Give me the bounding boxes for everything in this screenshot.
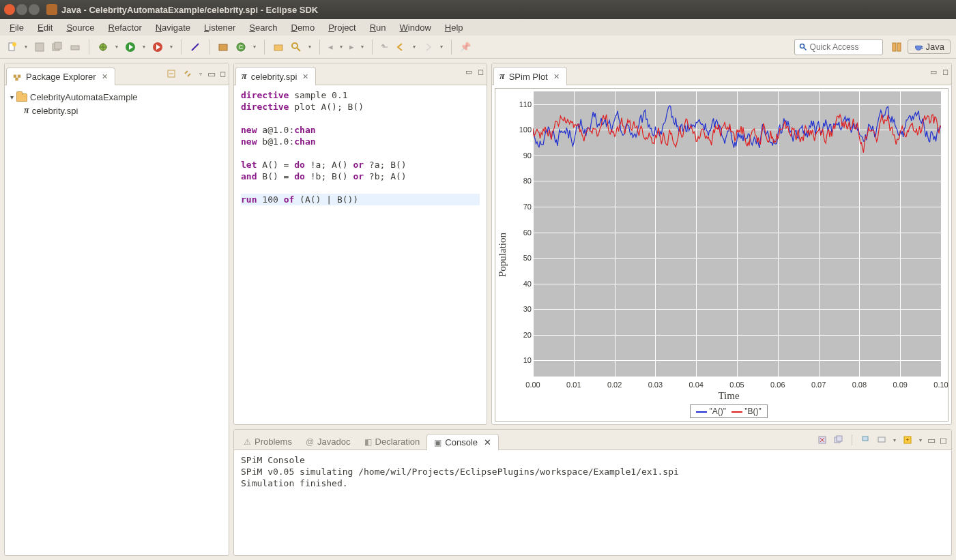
chevron-down-icon[interactable]: ▾ — [360, 42, 365, 53]
chevron-down-icon[interactable]: ▾ — [892, 434, 897, 445]
run-ext-icon[interactable] — [151, 40, 164, 54]
file-name: celebrity.spi — [32, 106, 78, 116]
expand-icon[interactable]: ▾ — [10, 93, 14, 101]
print-icon[interactable] — [68, 40, 82, 54]
close-icon[interactable] — [4, 4, 15, 15]
chevron-down-icon[interactable]: ▾ — [141, 42, 147, 53]
tab-console[interactable]: ▣Console✕ — [426, 434, 499, 450]
console-removeall-icon[interactable] — [832, 434, 845, 446]
new-class-icon[interactable]: C — [234, 40, 248, 54]
maximize-icon[interactable] — [29, 4, 40, 15]
java-icon — [914, 42, 923, 52]
open-type-icon[interactable] — [272, 40, 285, 54]
svg-line-19 — [297, 48, 300, 51]
minimize-icon[interactable]: ▭ — [927, 435, 936, 445]
tree-file[interactable]: π celebrity.spi — [10, 104, 223, 117]
svg-rect-25 — [18, 74, 20, 77]
chevron-down-icon[interactable]: ▾ — [114, 42, 119, 53]
chart: Population 1020304050607080901001100.000… — [495, 88, 948, 422]
minimize-icon[interactable] — [16, 4, 27, 15]
display-icon[interactable] — [875, 434, 888, 446]
search-icon[interactable] — [289, 40, 303, 54]
maximize-icon[interactable]: ◻ — [220, 70, 226, 78]
close-icon[interactable]: ✕ — [484, 437, 491, 447]
svg-rect-24 — [14, 74, 16, 77]
tab-label: SPim Plot — [509, 72, 548, 82]
chart-legend: "A()" "B()" — [690, 404, 768, 418]
menu-window[interactable]: Window — [393, 20, 438, 35]
new-package-icon[interactable] — [216, 40, 230, 54]
chevron-down-icon[interactable]: ▾ — [439, 42, 444, 53]
tab-editor[interactable]: π celebrity.spi ✕ — [235, 67, 316, 85]
x-axis-label: Time — [510, 389, 948, 404]
menu-file[interactable]: File — [3, 20, 31, 35]
link-editor-icon[interactable] — [182, 68, 194, 80]
chevron-down-icon[interactable]: ▾ — [23, 42, 29, 53]
quick-access[interactable] — [794, 39, 883, 55]
run-icon[interactable] — [124, 40, 137, 54]
chevron-down-icon[interactable]: ▾ — [252, 42, 257, 53]
view-menu-icon[interactable]: ▿ — [198, 68, 203, 79]
maximize-icon[interactable]: ◻ — [942, 68, 948, 76]
console-remove-icon[interactable] — [816, 434, 828, 446]
new-icon[interactable] — [5, 40, 19, 54]
last-edit-icon[interactable]: ⬑ — [379, 40, 390, 53]
svg-rect-2 — [35, 43, 44, 51]
package-explorer-panel: Package Explorer ✕ ▿ ▭ ◻ ▾ CelebrityAuto… — [4, 63, 229, 556]
chevron-down-icon[interactable]: ▾ — [307, 42, 313, 53]
menu-source[interactable]: Source — [59, 20, 101, 35]
menu-edit[interactable]: Edit — [31, 20, 59, 35]
close-icon[interactable]: ✕ — [100, 72, 108, 81]
console-output[interactable]: SPiM Console SPiM v0.05 simulating /home… — [234, 450, 951, 555]
nav-prev-icon[interactable]: ◂ — [327, 40, 334, 53]
perspective-java[interactable]: Java — [908, 40, 951, 54]
search-icon — [799, 42, 807, 52]
tree-project[interactable]: ▾ CelebrityAutomataExample — [10, 91, 223, 104]
svg-line-21 — [803, 47, 806, 50]
menu-refactor[interactable]: Refactor — [102, 20, 149, 35]
pi-icon: π — [24, 105, 29, 116]
collapse-all-icon[interactable] — [165, 68, 177, 80]
menu-search[interactable]: Search — [242, 20, 284, 35]
tab-problems[interactable]: ⚠Problems — [237, 434, 299, 450]
back-icon[interactable] — [394, 40, 407, 54]
project-name: CelebrityAutomataExample — [30, 92, 138, 102]
svg-rect-17 — [274, 45, 283, 50]
menu-listener[interactable]: Listener — [197, 20, 242, 35]
close-icon[interactable]: ✕ — [552, 72, 560, 81]
menu-navigate[interactable]: Navigate — [149, 20, 197, 35]
chevron-down-icon[interactable]: ▾ — [169, 42, 174, 53]
minimize-icon[interactable]: ▭ — [465, 68, 472, 76]
chevron-down-icon[interactable]: ▾ — [338, 42, 344, 53]
tab-plot[interactable]: π SPim Plot ✕ — [493, 67, 567, 85]
pin-icon[interactable]: 📌 — [459, 40, 472, 53]
forward-icon[interactable] — [421, 40, 435, 54]
tab-package-explorer[interactable]: Package Explorer ✕ — [6, 68, 115, 85]
window-title: Java - CelebrityAutomataExample/celebrit… — [61, 5, 318, 15]
menu-demo[interactable]: Demo — [285, 20, 322, 35]
nav-next-icon[interactable]: ▸ — [348, 40, 356, 53]
open-perspective-icon[interactable] — [890, 40, 903, 54]
maximize-icon[interactable]: ◻ — [478, 68, 484, 76]
quick-access-input[interactable] — [810, 42, 878, 52]
debug-icon[interactable] — [96, 40, 110, 54]
tab-declaration[interactable]: ◧Declaration — [358, 434, 427, 450]
pin-console-icon[interactable] — [859, 434, 871, 446]
svg-text:+: + — [906, 437, 909, 443]
menu-project[interactable]: Project — [321, 20, 362, 35]
minimize-icon[interactable]: ▭ — [930, 68, 937, 76]
minimize-icon[interactable]: ▭ — [207, 69, 216, 79]
tab-javadoc[interactable]: @Javadoc — [299, 434, 358, 450]
chevron-down-icon[interactable]: ▾ — [918, 434, 923, 445]
new-console-icon[interactable]: + — [901, 434, 914, 446]
maximize-icon[interactable]: ◻ — [940, 435, 947, 445]
menu-run[interactable]: Run — [363, 20, 393, 35]
code-editor[interactable]: directive sample 0.1directive plot A(); … — [234, 88, 487, 207]
save-icon[interactable] — [33, 40, 46, 54]
close-icon[interactable]: ✕ — [301, 72, 308, 81]
svg-rect-22 — [893, 43, 896, 51]
wand-icon[interactable] — [188, 40, 202, 54]
save-all-icon[interactable] — [50, 40, 64, 54]
menu-help[interactable]: Help — [438, 20, 470, 35]
chevron-down-icon[interactable]: ▾ — [411, 42, 417, 53]
